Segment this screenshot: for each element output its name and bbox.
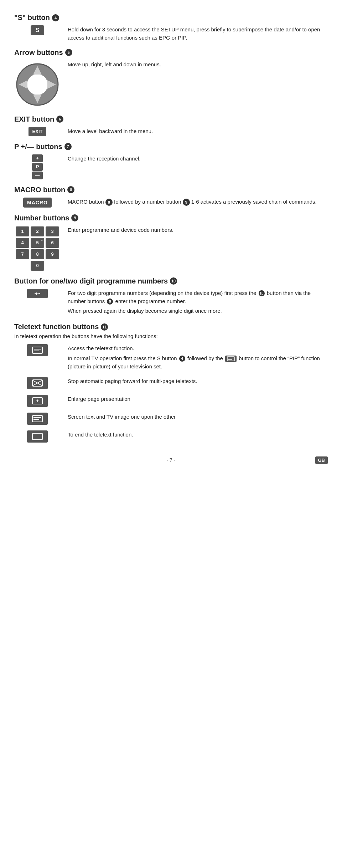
teletext-desc-4: Screen text and TV image one upon the ot… bbox=[68, 411, 328, 422]
svg-rect-19 bbox=[33, 419, 39, 420]
s-button[interactable]: S bbox=[31, 25, 44, 35]
num-btn-1[interactable]: 1 bbox=[16, 226, 29, 236]
svg-rect-8 bbox=[34, 351, 39, 351]
s-button-title-text: "S" button bbox=[14, 14, 50, 22]
teletext-inline-icon bbox=[225, 356, 237, 362]
s-button-desc: Hold down for 3 seconds to access the SE… bbox=[68, 24, 328, 42]
svg-text:+: + bbox=[36, 398, 39, 404]
s-button-title: "S" button 4 bbox=[14, 14, 328, 22]
teletext-icon-1 bbox=[32, 346, 43, 354]
one-two-digit-desc-num2: 9 bbox=[107, 298, 113, 305]
teletext-desc-1: Access the teletext function. In normal … bbox=[68, 343, 328, 372]
svg-rect-20 bbox=[32, 433, 42, 440]
num-btn-7[interactable]: 7 bbox=[16, 249, 29, 259]
exit-button-col: EXIT bbox=[14, 126, 61, 136]
exit-button-title-text: EXIT button bbox=[14, 115, 54, 123]
svg-point-1 bbox=[27, 74, 48, 95]
teletext-title: Teletext function buttons 11 bbox=[14, 323, 328, 331]
macro-desc-num3: 9 bbox=[183, 199, 190, 206]
teletext-icon-4 bbox=[32, 415, 43, 423]
number-buttons-grid: 1 2 3 4 5 6 7 8 9 0 bbox=[16, 226, 59, 271]
num-btn-2[interactable]: 2 bbox=[31, 226, 44, 236]
teletext-icon-col-3: + bbox=[14, 393, 61, 408]
p-buttons-title: P +/— buttons 7 bbox=[14, 143, 328, 151]
one-two-digit-title: Button for one/two digit programme numbe… bbox=[14, 277, 328, 285]
arrow-buttons-desc: Move up, right, left and down in menus. bbox=[68, 59, 328, 70]
svg-rect-17 bbox=[32, 415, 42, 422]
teletext-intro: In teletext operation the buttons have t… bbox=[14, 333, 328, 339]
p-button[interactable]: P bbox=[32, 163, 43, 171]
p-buttons-desc: Change the reception channel. bbox=[68, 153, 328, 163]
exit-button-row: EXIT Move a level backward in the menu. bbox=[14, 126, 328, 136]
p-buttons-row: + P — Change the reception channel. bbox=[14, 153, 328, 179]
teletext-icon-3: + bbox=[32, 397, 43, 405]
arrow-buttons-num: 5 bbox=[65, 49, 72, 56]
num-btn-5[interactable]: 5 bbox=[31, 238, 44, 248]
s-button-row: S Hold down for 3 seconds to access the … bbox=[14, 24, 328, 42]
teletext-desc-2: Stop automatic paging forward for multi-… bbox=[68, 376, 328, 387]
teletext-desc-3: Enlarge page presentation bbox=[68, 393, 328, 404]
num-btn-0[interactable]: 0 bbox=[31, 261, 44, 271]
arrow-buttons-title: Arrow buttons 5 bbox=[14, 48, 328, 57]
svg-rect-18 bbox=[33, 417, 41, 418]
number-buttons-section: Number buttons 9 1 2 3 4 5 6 7 8 9 0 bbox=[14, 214, 328, 271]
teletext-btn-2[interactable] bbox=[27, 377, 48, 389]
teletext-icon-2 bbox=[32, 379, 43, 387]
page-content: "S" button 4 S Hold down for 3 seconds t… bbox=[0, 0, 342, 484]
number-buttons-row: 1 2 3 4 5 6 7 8 9 0 Enter programme and … bbox=[14, 224, 328, 271]
macro-button-desc: MACRO button 8 followed by a number butt… bbox=[68, 196, 328, 206]
teletext-inline-svg bbox=[227, 356, 235, 361]
dash-button[interactable]: -/-- bbox=[27, 289, 48, 298]
num-btn-8[interactable]: 8 bbox=[31, 249, 44, 259]
macro-button-num: 8 bbox=[67, 186, 74, 193]
teletext-section: Teletext function buttons 11 In teletext… bbox=[14, 323, 328, 443]
teletext-icon-col-1 bbox=[14, 343, 61, 357]
teletext-btn-4[interactable] bbox=[27, 413, 48, 425]
number-buttons-col: 1 2 3 4 5 6 7 8 9 0 bbox=[14, 224, 61, 271]
one-two-digit-title-text: Button for one/two digit programme numbe… bbox=[14, 277, 168, 285]
teletext-btn-1[interactable] bbox=[27, 344, 48, 356]
teletext-item-5: To end the teletext function. bbox=[14, 429, 328, 443]
s-button-section: "S" button 4 S Hold down for 3 seconds t… bbox=[14, 14, 328, 42]
one-two-digit-section: Button for one/two digit programme numbe… bbox=[14, 277, 328, 317]
p-buttons-col: + P — bbox=[14, 153, 61, 179]
p-plus-button[interactable]: + bbox=[32, 154, 43, 162]
num-btn-6[interactable]: 6 bbox=[46, 238, 59, 248]
one-two-digit-num: 10 bbox=[170, 277, 177, 285]
macro-button-section: MACRO button 8 MACRO MACRO button 8 foll… bbox=[14, 186, 328, 208]
footer-region: GB bbox=[315, 456, 328, 464]
arrow-buttons-row: Move up, right, left and down in menus. bbox=[14, 59, 328, 109]
num-btn-4[interactable]: 4 bbox=[16, 238, 29, 248]
footer: - 7 - GB bbox=[14, 454, 328, 463]
macro-button-row: MACRO MACRO button 8 followed by a numbe… bbox=[14, 196, 328, 208]
teletext-icon-col-2 bbox=[14, 376, 61, 390]
teletext-btn-3[interactable]: + bbox=[27, 395, 48, 407]
s-button-col: S bbox=[14, 24, 61, 35]
p-minus-button[interactable]: — bbox=[32, 172, 43, 179]
svg-rect-9 bbox=[227, 357, 234, 361]
svg-rect-11 bbox=[228, 359, 232, 360]
teletext-btn-5[interactable] bbox=[27, 430, 48, 443]
teletext-icon-5 bbox=[32, 433, 43, 440]
p-buttons-section: P +/— buttons 7 + P — Change the recepti… bbox=[14, 143, 328, 179]
arrow-buttons-title-text: Arrow buttons bbox=[14, 48, 63, 57]
macro-button-title: MACRO button 8 bbox=[14, 186, 328, 194]
exit-button-num: 6 bbox=[56, 116, 63, 123]
exit-button-desc: Move a level backward in the menu. bbox=[68, 126, 328, 135]
macro-button-title-text: MACRO button bbox=[14, 186, 65, 194]
p-buttons-group: + P — bbox=[32, 154, 43, 179]
num-btn-9[interactable]: 9 bbox=[46, 249, 59, 259]
number-buttons-title-text: Number buttons bbox=[14, 214, 69, 222]
num-btn-3[interactable]: 3 bbox=[46, 226, 59, 236]
one-two-digit-col: -/-- bbox=[14, 287, 61, 298]
p-buttons-title-text: P +/— buttons bbox=[14, 143, 62, 151]
macro-button[interactable]: MACRO bbox=[23, 198, 52, 208]
teletext-item-3: + Enlarge page presentation bbox=[14, 393, 328, 408]
macro-button-col: MACRO bbox=[14, 196, 61, 208]
svg-rect-6 bbox=[32, 347, 42, 353]
exit-button[interactable]: EXIT bbox=[28, 127, 46, 136]
number-buttons-desc: Enter programme and device code numbers. bbox=[68, 224, 328, 234]
p-buttons-num: 7 bbox=[64, 143, 72, 150]
number-buttons-title: Number buttons 9 bbox=[14, 214, 328, 222]
teletext-s-num: 4 bbox=[179, 356, 185, 362]
